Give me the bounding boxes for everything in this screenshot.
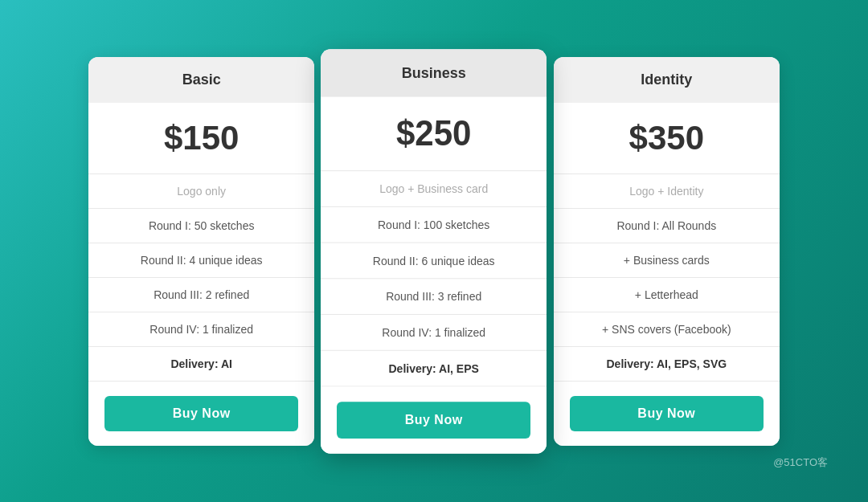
feature-row-business-3: Round III: 3 refined (321, 279, 547, 315)
feature-row-identity-2: + Business cards (554, 243, 780, 278)
plan-footer-business: Buy Now (321, 386, 547, 453)
feature-row-basic-5: Delivery: AI (88, 347, 314, 382)
feature-row-identity-3: + Letterhead (554, 278, 780, 312)
plan-header-business: Business (321, 49, 547, 96)
buy-button-business[interactable]: Buy Now (337, 402, 530, 439)
plan-header-identity: Identity (554, 57, 780, 103)
plan-features-identity: Logo + IdentityRound I: All Rounds+ Busi… (554, 174, 780, 382)
plan-card-business: Business$250Logo + Business cardRound I:… (321, 49, 547, 453)
feature-row-identity-0: Logo + Identity (554, 174, 780, 209)
plan-features-basic: Logo onlyRound I: 50 sketchesRound II: 4… (88, 174, 314, 382)
plan-name-business: Business (329, 64, 538, 82)
feature-row-business-1: Round I: 100 sketches (321, 206, 547, 243)
feature-row-basic-3: Round III: 2 refined (88, 278, 314, 312)
watermark: @51CTO客 (773, 455, 828, 470)
feature-row-basic-4: Round IV: 1 finalized (88, 312, 314, 347)
plan-features-business: Logo + Business cardRound I: 100 sketche… (321, 171, 547, 386)
feature-row-business-4: Round IV: 1 finalized (321, 315, 547, 351)
plan-name-basic: Basic (96, 71, 306, 88)
feature-row-identity-1: Round I: All Rounds (554, 209, 780, 243)
plan-price-basic: $150 (88, 103, 314, 174)
plan-card-identity: Identity$350Logo + IdentityRound I: All … (554, 57, 780, 446)
plan-header-basic: Basic (88, 57, 314, 103)
plan-footer-basic: Buy Now (88, 382, 314, 446)
buy-button-identity[interactable]: Buy Now (570, 396, 764, 431)
feature-row-business-2: Round II: 6 unique ideas (321, 243, 547, 279)
plan-card-basic: Basic$150Logo onlyRound I: 50 sketchesRo… (88, 57, 314, 446)
feature-row-basic-2: Round II: 4 unique ideas (88, 243, 314, 278)
feature-row-identity-4: + SNS covers (Facebook) (554, 312, 780, 347)
plan-price-business: $250 (321, 96, 547, 171)
plan-footer-identity: Buy Now (554, 382, 780, 446)
feature-row-business-5: Delivery: AI, EPS (321, 350, 547, 386)
feature-row-identity-5: Delivery: AI, EPS, SVG (554, 347, 780, 382)
plan-price-identity: $350 (554, 103, 780, 174)
feature-row-business-0: Logo + Business card (321, 171, 547, 207)
pricing-container: Basic$150Logo onlyRound I: 50 sketchesRo… (88, 57, 780, 446)
feature-row-basic-0: Logo only (88, 174, 314, 209)
buy-button-basic[interactable]: Buy Now (104, 396, 298, 431)
plan-name-identity: Identity (562, 71, 772, 88)
feature-row-basic-1: Round I: 50 sketches (88, 209, 314, 243)
